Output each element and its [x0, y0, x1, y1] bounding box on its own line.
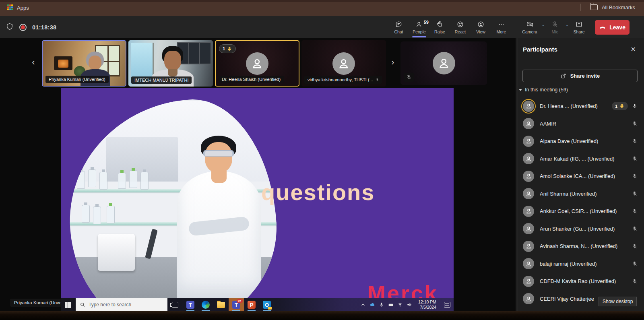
camera-button[interactable]: Camera: [518, 16, 541, 38]
file-explorer-icon[interactable]: [213, 298, 229, 311]
in-this-meeting-section[interactable]: In this meeting (59): [519, 87, 568, 93]
search-input[interactable]: [89, 302, 157, 308]
camera-chevron[interactable]: ⌄: [542, 23, 545, 27]
hand-icon: [227, 46, 232, 52]
participant-row[interactable]: Ankkur Goel, CSIR... (Unverified): [516, 202, 644, 220]
avatar: [246, 52, 268, 75]
share-screen-icon: [575, 21, 583, 28]
scientist-photo: [173, 136, 264, 298]
all-bookmarks-button[interactable]: All Bookmarks: [602, 4, 635, 10]
avatar: [523, 101, 534, 112]
start-button-icon[interactable]: [65, 302, 71, 308]
participant-row[interactable]: Avinash Sharma, N... (Unverified): [516, 237, 644, 255]
video-tile-unnamed[interactable]: [400, 41, 487, 85]
participants-title: Participants: [523, 46, 557, 53]
avatar: [332, 52, 355, 75]
filmstrip-next-arrow-icon[interactable]: ›: [388, 55, 397, 70]
speaker-icon[interactable]: [407, 302, 412, 308]
chat-button[interactable]: Chat: [388, 16, 409, 38]
powerpoint-taskbar-icon[interactable]: P: [244, 298, 259, 311]
raise-hand-icon: [436, 21, 444, 28]
tile-name-label: IMTECH MANUJ TRIPATHI: [131, 76, 192, 84]
mic-chevron[interactable]: ⌄: [566, 23, 569, 27]
action-center-icon[interactable]: [444, 302, 450, 308]
teams-meeting-window: Apps All Bookmarks 01:18:38 Chat 59 Peop…: [0, 0, 644, 320]
avatar: [523, 136, 534, 147]
task-view-button[interactable]: [167, 298, 183, 311]
avatar: [523, 153, 534, 164]
meeting-toolbar: 01:18:38 Chat 59 People Raise React: [0, 16, 644, 38]
participant-row[interactable]: Amar Kakad (IIG, ... (Unverified): [516, 150, 644, 168]
mic-muted-icon: [632, 209, 638, 214]
taskbar-clock[interactable]: 12:10 PM 7/5/2024: [418, 299, 436, 310]
mic-button[interactable]: Mic: [545, 16, 565, 38]
video-tile-manuj[interactable]: IMTECH MANUJ TRIPATHI: [128, 40, 213, 87]
security-shield-icon: [6, 22, 14, 33]
mic-muted-icon: [632, 173, 638, 179]
viewer-taskbar-strip[interactable]: [0, 311, 644, 320]
browser-bookmarks-bar: Apps All Bookmarks: [0, 0, 644, 16]
leave-button[interactable]: Leave: [595, 20, 630, 35]
more-button[interactable]: More: [491, 16, 512, 38]
slide-title: questions: [261, 179, 375, 205]
people-count-badge: 59: [424, 20, 429, 25]
notification-badge: 9+: [237, 299, 243, 303]
view-button[interactable]: View: [471, 16, 491, 38]
onedrive-cloud-icon[interactable]: [369, 302, 375, 308]
wifi-icon[interactable]: [397, 302, 403, 308]
mic-muted-icon: [632, 156, 638, 161]
participant-row[interactable]: Alpana Dave (Unverified): [516, 132, 644, 150]
participant-row[interactable]: Dr. Heena ... (Unverified) 1: [516, 97, 644, 115]
participant-row[interactable]: AAMIR: [516, 115, 644, 133]
mic-muted-icon: [632, 121, 638, 126]
merck-logo: Merck: [367, 281, 438, 298]
tray-mic-icon[interactable]: [379, 302, 384, 308]
tile-name-label: Priyanka Kumari (Unverified): [45, 76, 109, 83]
avatar: [523, 241, 534, 252]
participant-row[interactable]: balaji ramraj (Unverified): [516, 255, 644, 273]
view-icon: [477, 21, 485, 28]
clock-time: 12:10 PM: [418, 299, 436, 305]
teams-taskbar-icon[interactable]: T: [183, 298, 198, 311]
close-panel-icon[interactable]: ✕: [628, 45, 638, 54]
participant-row[interactable]: Amol Solanke ICA... (Unverified): [516, 167, 644, 185]
tray-keyboard-icon[interactable]: [388, 302, 394, 308]
share-button[interactable]: Share: [569, 16, 589, 38]
people-button[interactable]: 59 People: [409, 16, 429, 38]
recording-indicator-icon: [19, 24, 27, 31]
windows-search-box[interactable]: [76, 298, 167, 311]
mic-on-icon: [632, 103, 638, 109]
react-button[interactable]: React: [450, 16, 471, 38]
share-invite-button[interactable]: Share invite: [522, 70, 638, 82]
participant-row[interactable]: CDFD-M Kavita Rao (Unverified): [516, 273, 644, 290]
tile-mute-indicator: [404, 73, 414, 82]
avatar: [523, 276, 534, 287]
outlook-taskbar-icon[interactable]: O: [259, 298, 275, 311]
mic-muted-icon: [632, 226, 638, 231]
tray-expand-chevron-icon[interactable]: [360, 302, 366, 308]
teams-meeting-active-icon[interactable]: T 9+: [229, 298, 244, 311]
raised-hand-badge: 1: [219, 44, 236, 53]
edge-taskbar-icon[interactable]: [198, 298, 213, 311]
apps-shortcut[interactable]: Apps: [7, 4, 29, 11]
raise-hand-button[interactable]: Raise: [429, 16, 450, 38]
filmstrip-prev-arrow-icon[interactable]: ‹: [29, 55, 38, 70]
apps-grid-icon: [7, 4, 14, 11]
participants-list: Dr. Heena ... (Unverified) 1 AAMIR Alpan…: [516, 97, 644, 308]
collapse-caret-icon: [519, 89, 522, 91]
meeting-stage: ‹ › Priyanka Kumari (Unverified) IMTECH …: [0, 38, 515, 311]
video-tile-heena[interactable]: 1 Dr. Heena Shaikh (Unverified): [215, 40, 299, 87]
search-icon: [80, 302, 85, 308]
participant-row[interactable]: Arun Shanker (Gu... (Unverified): [516, 220, 644, 238]
participant-row[interactable]: Anil Sharma (Unverified): [516, 185, 644, 203]
video-tile-vidhya[interactable]: vidhya krishnamoorthy, THSTI (...: [301, 40, 386, 87]
avatar: [433, 52, 455, 74]
bookmarks-divider: [580, 4, 581, 11]
mic-off-icon: [551, 21, 559, 28]
avatar: [523, 118, 534, 129]
avatar: [523, 206, 534, 217]
avatar: [523, 223, 534, 234]
video-tile-priyanka[interactable]: Priyanka Kumari (Unverified): [42, 40, 126, 87]
mic-muted-icon: [632, 279, 638, 284]
camera-off-icon: [526, 21, 534, 28]
